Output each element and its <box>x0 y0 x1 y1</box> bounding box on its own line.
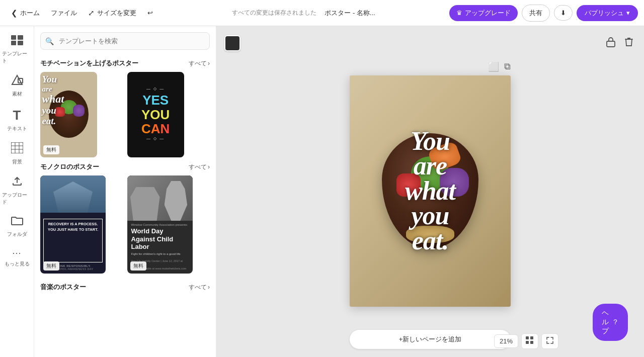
undo-button[interactable]: ↩ <box>142 6 158 20</box>
recovery-image <box>40 175 106 216</box>
frame-icon-2[interactable]: ⧉ <box>504 61 511 72</box>
child-labor-content: Winslow Community Association presents: … <box>127 221 193 259</box>
sidebar-label-background: 背景 <box>12 158 22 165</box>
canvas-big-text: You are what you eat. <box>405 129 455 253</box>
svg-rect-14 <box>526 341 529 344</box>
panel-scroll: モチベーションを上げるポスター すべて › You are <box>34 54 216 357</box>
section-monochrome-title: モノクロのポスター <box>40 162 99 171</box>
upgrade-button[interactable]: ♛ アップグレード <box>449 5 518 21</box>
folder-icon <box>11 216 23 229</box>
sidebar-item-more[interactable]: ··· もっと見る <box>0 243 34 273</box>
canvas-toolbar-right <box>604 34 636 52</box>
frame-icon-1[interactable]: ⬜ <box>488 61 499 72</box>
chevron-right-icon: › <box>208 60 210 67</box>
yes-decoration-bottom: — ◇ — <box>141 136 170 141</box>
section-music-header: 音楽のポスター すべて › <box>40 278 210 296</box>
color-swatch[interactable] <box>224 35 240 51</box>
child-labor-figure2 <box>130 187 160 221</box>
search-wrap: 🔍 <box>40 32 210 50</box>
recovery-bottom-bar <box>40 213 106 216</box>
chevron-right-icon-3: › <box>208 284 210 291</box>
section-monochrome-all[interactable]: すべて › <box>189 163 210 171</box>
canvas-container: ⬜ ⧉ <box>350 75 511 307</box>
monochrome-grid: RECOVERY IS A PROCESS. YOU JUST HAVE TO … <box>40 175 210 274</box>
resize-button[interactable]: ⤢ サイズを変更 <box>83 6 141 21</box>
text-icon: T <box>13 108 21 123</box>
back-icon: ❮ <box>11 9 18 18</box>
save-status: すべての変更は保存されました <box>232 9 316 17</box>
canvas-controls: 21% <box>494 333 558 349</box>
sidebar-item-elements[interactable]: 素材 <box>0 69 34 103</box>
yes-decoration-top: — ◇ — <box>141 86 170 91</box>
canvas-area: ⬜ ⧉ <box>216 26 644 357</box>
svg-rect-12 <box>526 336 529 339</box>
section-music-all[interactable]: すべて › <box>189 283 210 292</box>
badge-free-4: 無料 <box>130 261 146 271</box>
section-motivation-title: モチベーションを上げるポスター <box>40 59 138 68</box>
yes-text: YES YOU CAN <box>141 93 170 136</box>
canvas-text-overlay: You are what you eat. <box>350 75 511 307</box>
canvas-frame[interactable]: You are what you eat. <box>350 75 511 307</box>
more-icon: ··· <box>12 248 21 258</box>
file-button[interactable]: ファイル <box>46 6 82 21</box>
main-content: テンプレート 素材 T テキスト 背景 アップロード <box>0 26 644 357</box>
canvas-bottom: +新しいページを追加 <box>224 325 636 349</box>
expand-button[interactable] <box>541 333 558 349</box>
sidebar-label-more: もっと見る <box>5 260 30 267</box>
canvas-wrapper: ⬜ ⧉ <box>224 57 636 325</box>
canvas-toolbar-left <box>224 35 240 51</box>
topbar-left: ❮ ホーム ファイル ⤢ サイズを変更 ↩ <box>6 6 158 21</box>
lock-button[interactable] <box>604 34 618 52</box>
add-page-button[interactable]: +新しいページを追加 <box>350 330 511 349</box>
recovery-figure <box>53 182 93 216</box>
template-card-you-eat[interactable]: You are what you eat. 無料 <box>40 72 97 157</box>
undo-icon: ↩ <box>147 9 153 17</box>
home-button[interactable]: ❮ ホーム <box>6 6 45 21</box>
template-card-yes-you-can[interactable]: — ◇ — YES YOU CAN — ◇ — <box>127 72 184 157</box>
world-subtitle: Fight for children's right to a good lif… <box>131 252 189 255</box>
left-panel: 🔍 モチベーションを上げるポスター すべて › <box>34 26 216 357</box>
recovery-box: RECOVERY IS A PROCESS. YOU JUST HAVE TO … <box>43 219 103 262</box>
svg-rect-6 <box>11 142 23 153</box>
canvas-background: You are what you eat. <box>350 75 511 307</box>
delete-button[interactable] <box>622 34 636 52</box>
question-icon: ？ <box>612 318 619 327</box>
download-button[interactable]: ⬇ <box>554 5 573 21</box>
child-labor-image <box>127 175 193 221</box>
yes-card-content: — ◇ — YES YOU CAN — ◇ — <box>136 81 175 148</box>
help-button[interactable]: ヘルプ ？ <box>593 304 628 341</box>
sidebar-item-templates[interactable]: テンプレート <box>0 30 34 69</box>
template-card-recovery[interactable]: RECOVERY IS A PROCESS. YOU JUST HAVE TO … <box>40 175 106 274</box>
background-icon <box>11 142 23 156</box>
sidebar-label-elements: 素材 <box>12 91 22 98</box>
section-monochrome-header: モノクロのポスター すべて › <box>40 157 210 175</box>
publish-button[interactable]: パブリッシュ ▾ <box>577 5 638 21</box>
world-presenter: Winslow Community Association presents: <box>131 223 189 226</box>
zoom-level: 21% <box>494 334 518 348</box>
sidebar-item-folder[interactable]: フォルダ <box>0 211 34 243</box>
world-title: World Day Against Child Labor <box>131 227 189 251</box>
sidebar-label-upload: アップロード <box>2 192 32 206</box>
grid-view-button[interactable] <box>521 333 538 349</box>
topbar: ❮ ホーム ファイル ⤢ サイズを変更 ↩ すべての変更は保存されました ポスタ… <box>0 0 644 26</box>
svg-rect-1 <box>18 35 23 40</box>
sidebar-label-text: テキスト <box>7 125 27 132</box>
search-input[interactable] <box>40 32 210 50</box>
svg-rect-2 <box>11 41 16 45</box>
section-music-title: 音楽のポスター <box>40 283 86 292</box>
motivation-grid: You are what you eat. 無料 — ◇ — YES YOU <box>40 72 210 157</box>
chevron-right-icon-2: › <box>208 163 210 170</box>
search-bar: 🔍 <box>34 26 216 54</box>
resize-icon: ⤢ <box>88 9 95 18</box>
search-icon: 🔍 <box>45 37 54 45</box>
you-eat-text: You are what you eat. <box>42 74 94 126</box>
section-motivation-all[interactable]: すべて › <box>189 59 210 68</box>
sidebar-item-background[interactable]: 背景 <box>0 137 34 170</box>
topbar-center: すべての変更は保存されました ポスター - 名称... <box>160 9 447 18</box>
sidebar-item-upload[interactable]: アップロード <box>0 170 34 211</box>
svg-rect-11 <box>607 41 615 47</box>
sidebar-item-text[interactable]: T テキスト <box>0 103 34 137</box>
template-card-child-labor[interactable]: Winslow Community Association presents: … <box>127 175 193 274</box>
chevron-down-icon: ▾ <box>626 9 630 17</box>
share-button[interactable]: 共有 <box>522 5 550 22</box>
